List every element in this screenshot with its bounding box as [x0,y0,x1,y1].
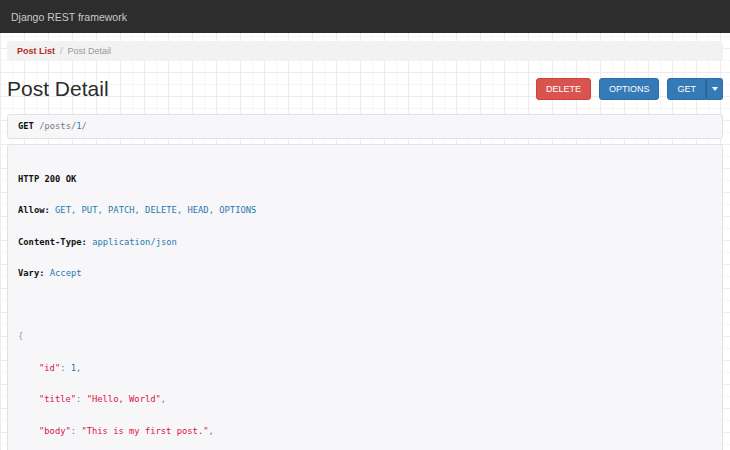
json-field-title: "title": "Hello, World", [18,394,712,405]
page-header: Post Detail DELETE OPTIONS GET [7,72,723,106]
response-blank-line [18,300,712,311]
page-title: Post Detail [7,77,109,101]
main-container: Post List / Post Detail Post Detail DELE… [7,41,723,450]
json-open-brace: { [18,331,712,342]
action-buttons: DELETE OPTIONS GET [536,78,723,100]
caret-down-icon [712,87,718,91]
breadcrumb: Post List / Post Detail [7,41,723,61]
response-info: HTTP 200 OK Allow: GET, PUT, PATCH, DELE… [7,144,723,450]
get-dropdown-button[interactable] [706,78,723,100]
request-path-prefix: /posts/ [39,121,76,131]
request-method: GET [18,121,34,131]
get-button[interactable]: GET [667,78,706,100]
response-status-line: HTTP 200 OK [18,174,712,185]
json-field-body: "body": "This is my first post.", [18,426,712,437]
top-navbar: Django REST framework [0,0,730,33]
request-path-suffix: / [82,121,87,131]
breadcrumb-post-list-link[interactable]: Post List [17,46,55,56]
delete-button[interactable]: DELETE [536,78,591,100]
response-header-content-type: Content-Type: application/json [18,237,712,248]
response-header-allow: Allow: GET, PUT, PATCH, DELETE, HEAD, OP… [18,205,712,216]
brand-title[interactable]: Django REST framework [11,11,127,23]
request-info: GET /posts/1/ [7,114,723,139]
json-field-id: "id": 1, [18,363,712,374]
breadcrumb-separator: / [60,46,63,56]
response-header-vary: Vary: Accept [18,268,712,279]
breadcrumb-current: Post Detail [68,46,112,56]
options-button[interactable]: OPTIONS [599,78,660,100]
